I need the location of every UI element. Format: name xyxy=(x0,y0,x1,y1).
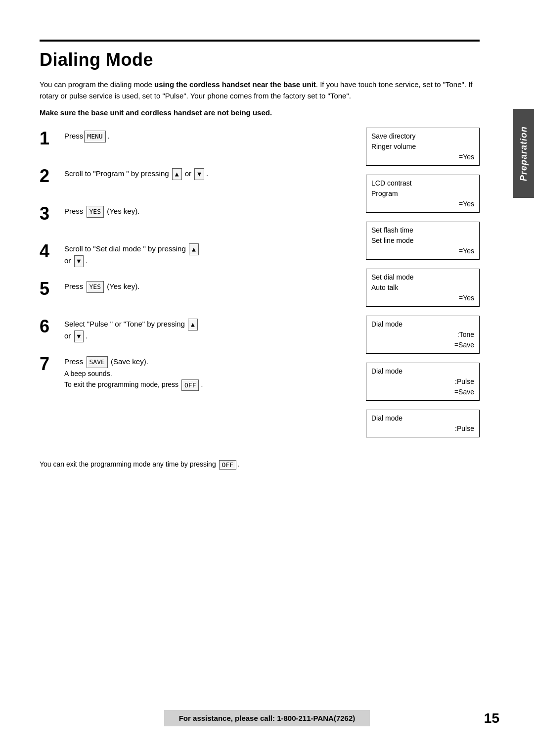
lcd-2-line2: Program xyxy=(371,189,474,199)
lcd-5-line1: Dial mode xyxy=(371,319,474,330)
lcd-3-line1: Set flash time xyxy=(371,225,474,236)
title-section: Dialing Mode xyxy=(40,40,480,70)
lcd-1-line1: Save directory xyxy=(371,131,474,142)
step-2-down-icon: ▼ xyxy=(194,168,204,180)
page-container: Preparation Dialing Mode You can program… xyxy=(0,0,534,756)
step-5-row: 5 Press YES (Yes key). xyxy=(40,278,356,306)
footer-note: You can exit the programming mode any ti… xyxy=(40,460,480,470)
lcd-box-2: LCD contrast Program =Yes xyxy=(366,175,480,213)
warning-label: Make sure the base unit and cordless han… xyxy=(40,108,272,117)
lcd-4-line1: Set dial mode xyxy=(371,272,474,283)
step-7-save-icon: SAVE xyxy=(87,356,108,368)
lcd-7-line1: Dial mode xyxy=(371,413,474,424)
step-4-number: 4 xyxy=(40,242,64,260)
step-2-content: Scroll to "Program " by pressing ▲ or ▼. xyxy=(64,165,356,180)
top-rule xyxy=(40,40,480,42)
step-5-yes-icon: YES xyxy=(87,281,104,293)
intro-bold-1: using the cordless handset near the base… xyxy=(154,80,316,89)
lcd-box-3: Set flash time Set line mode =Yes xyxy=(366,222,480,260)
steps-left: 1 PressMENU. 2 Scroll to "Program " by p… xyxy=(40,128,366,446)
side-tab-label: Preparation xyxy=(519,126,529,181)
footer-bar-inner: For assistance, please call: 1-800-211-P… xyxy=(0,710,534,726)
lcd-7-line2: :Pulse xyxy=(371,424,474,434)
footer-assistance-text: For assistance, please call: 1-800-211-P… xyxy=(164,710,370,726)
lcd-4-line2: Auto talk xyxy=(371,283,474,293)
lcd-2-line3: =Yes xyxy=(371,199,474,209)
lcd-6-line1: Dial mode xyxy=(371,366,474,377)
warning-text: Make sure the base unit and cordless han… xyxy=(40,108,475,117)
step-2-number: 2 xyxy=(40,167,64,185)
step-7-sub1: A beep sounds. xyxy=(64,370,112,378)
lcd-6-line3: =Save xyxy=(371,387,474,397)
intro-text-1: You can program the dialing mode xyxy=(40,80,154,89)
step-4-row: 4 Scroll to "Set dial mode " by pressing… xyxy=(40,240,356,268)
lcd-2-line1: LCD contrast xyxy=(371,178,474,189)
step-1-content: PressMENU. xyxy=(64,128,356,142)
step-3-row: 3 Press YES (Yes key). xyxy=(40,203,356,231)
step-7-row: 7 Press SAVE (Save key). A beep sounds. … xyxy=(40,353,356,391)
step-6-number: 6 xyxy=(40,318,64,335)
lcd-3-line2: Set line mode xyxy=(371,236,474,246)
step-3-content: Press YES (Yes key). xyxy=(64,203,356,218)
step-2-up-icon: ▲ xyxy=(172,168,182,180)
step-7-content: Press SAVE (Save key). A beep sounds. To… xyxy=(64,353,356,391)
step-7-sub2: To exit the programming mode, press OFF. xyxy=(64,380,204,388)
page-title: Dialing Mode xyxy=(40,49,480,70)
step-3-yes-icon: YES xyxy=(87,206,104,218)
step-5-content: Press YES (Yes key). xyxy=(64,278,356,293)
step-5-number: 5 xyxy=(40,280,64,298)
lcd-box-7: Dial mode :Pulse xyxy=(366,410,480,437)
step-3-number: 3 xyxy=(40,205,64,223)
footer-note-icon: OFF xyxy=(219,460,236,470)
step-1-number: 1 xyxy=(40,130,64,147)
lcd-5-line2: :Tone xyxy=(371,330,474,340)
footer-note-suffix: . xyxy=(237,460,239,468)
lcd-1-line3: =Yes xyxy=(371,152,474,162)
step-7-number: 7 xyxy=(40,355,64,373)
step-2-row: 2 Scroll to "Program " by pressing ▲ or … xyxy=(40,165,356,193)
step-6-up-icon: ▲ xyxy=(188,319,198,331)
lcd-box-4: Set dial mode Auto talk =Yes xyxy=(366,269,480,307)
footer-bar: For assistance, please call: 1-800-211-P… xyxy=(0,710,534,726)
step-7-off-icon: OFF xyxy=(181,379,199,391)
lcd-3-line3: =Yes xyxy=(371,246,474,256)
lcd-box-6: Dial mode :Pulse =Save xyxy=(366,363,480,401)
step-4-down-icon: ▼ xyxy=(74,255,84,267)
step-4-content: Scroll to "Set dial mode " by pressing ▲… xyxy=(64,240,356,267)
step-6-content: Select "Pulse " or "Tone" by pressing ▲ … xyxy=(64,316,356,342)
page-number: 15 xyxy=(484,710,499,726)
lcd-box-5: Dial mode :Tone =Save xyxy=(366,316,480,354)
intro-paragraph: You can program the dialing mode using t… xyxy=(40,79,475,101)
lcd-6-line2: :Pulse xyxy=(371,377,474,387)
lcd-4-line3: =Yes xyxy=(371,293,474,303)
lcd-box-1: Save directory Ringer volume =Yes xyxy=(366,128,480,166)
step-4-up-icon: ▲ xyxy=(189,243,199,255)
step-1-button-icon: MENU xyxy=(84,131,105,142)
steps-right: Save directory Ringer volume =Yes LCD co… xyxy=(366,128,480,446)
step-6-down-icon: ▼ xyxy=(74,331,84,342)
footer-note-text: You can exit the programming mode any ti… xyxy=(40,460,216,468)
steps-area: 1 PressMENU. 2 Scroll to "Program " by p… xyxy=(40,128,480,446)
step-6-row: 6 Select "Pulse " or "Tone" by pressing … xyxy=(40,316,356,343)
lcd-1-line2: Ringer volume xyxy=(371,142,474,152)
side-tab: Preparation xyxy=(513,109,534,198)
lcd-5-line3: =Save xyxy=(371,340,474,350)
step-1-row: 1 PressMENU. xyxy=(40,128,356,155)
